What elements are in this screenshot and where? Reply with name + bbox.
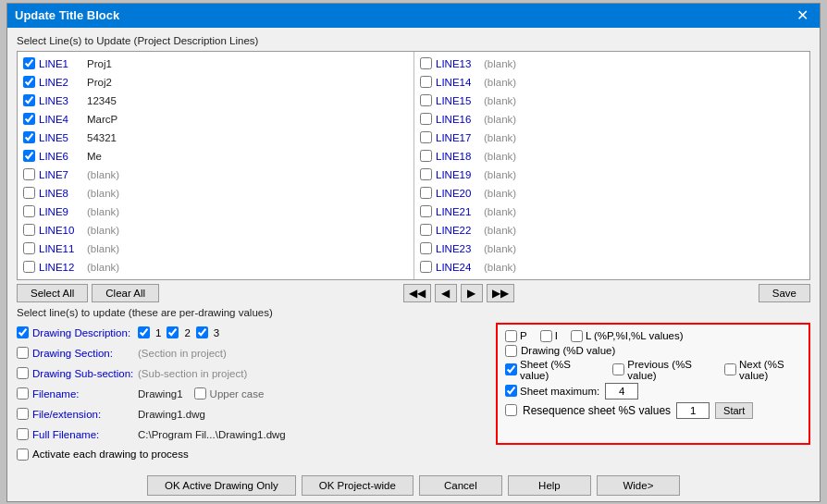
checkbox-line19[interactable]	[420, 168, 432, 180]
previous-s-checkbox[interactable]	[612, 363, 624, 375]
nav-first-button[interactable]: ◀◀	[403, 284, 431, 302]
table-row: LINE19(blank)	[420, 166, 804, 184]
checkbox-line14[interactable]	[420, 76, 432, 88]
checkbox-line18[interactable]	[420, 150, 432, 162]
table-row: LINE14(blank)	[420, 73, 804, 92]
list-item: File/extension:Drawing1.dwg	[17, 404, 488, 424]
ok-active-button[interactable]: OK Active Drawing Only	[147, 475, 296, 496]
checkbox-line5[interactable]	[23, 131, 35, 143]
sheet-max-label: Sheet maximum:	[520, 386, 599, 397]
i-label: I	[555, 330, 558, 341]
l-checkbox[interactable]	[571, 330, 583, 342]
list-item: Filename:Drawing1Upper case	[17, 384, 488, 404]
pd-checkbox-4[interactable]	[17, 408, 29, 420]
checkbox-line20[interactable]	[420, 187, 432, 199]
pd-checkbox-2[interactable]	[17, 367, 29, 379]
table-row: LINE22(blank)	[420, 221, 804, 240]
cancel-button[interactable]: Cancel	[419, 475, 502, 496]
pd-checkbox-1[interactable]	[17, 347, 29, 359]
table-row: LINE18(blank)	[420, 147, 804, 166]
checkbox-line22[interactable]	[420, 224, 432, 236]
pd-num-checkbox-3[interactable]	[196, 326, 208, 338]
save-button[interactable]: Save	[759, 284, 810, 302]
table-row: LINE554321	[23, 129, 408, 147]
activate-label: Activate each drawing to process	[32, 449, 189, 460]
checkbox-line2[interactable]	[23, 76, 35, 88]
table-row: LINE24(blank)	[420, 258, 804, 277]
l-label: L (%P,%I,%L values)	[586, 330, 684, 341]
checkbox-line13[interactable]	[420, 57, 432, 69]
update-title-block-dialog: Update Title Block ✕ Select Line(s) to U…	[6, 3, 821, 502]
reseq-checkbox[interactable]	[505, 404, 517, 416]
table-row: LINE8(blank)	[23, 184, 408, 203]
pd-checkbox-5[interactable]	[17, 428, 29, 440]
checkbox-line17[interactable]	[420, 131, 432, 143]
previous-s-label: Previous (%S value)	[627, 359, 706, 381]
table-row: LINE2Proj2	[23, 73, 408, 92]
table-row: LINE20(blank)	[420, 184, 804, 203]
pd-checkbox-3[interactable]	[17, 387, 29, 400]
table-row: LINE1Proj1	[23, 55, 408, 73]
start-button[interactable]: Start	[715, 402, 753, 419]
nav-prev-button[interactable]: ◀	[435, 284, 457, 302]
table-row: LINE312345	[23, 92, 408, 110]
sheet-max-checkbox[interactable]	[505, 385, 517, 397]
list-item: Drawing Description:123	[17, 323, 488, 343]
checkbox-line6[interactable]	[23, 150, 35, 162]
checkbox-line24[interactable]	[420, 261, 432, 273]
dialog-title: Update Title Block	[15, 8, 119, 22]
upper-case-checkbox[interactable]	[194, 387, 206, 400]
clear-all-button[interactable]: Clear All	[92, 284, 159, 302]
checkbox-line8[interactable]	[23, 187, 35, 199]
drawing-d-checkbox[interactable]	[505, 345, 517, 357]
sheet-max-input[interactable]	[605, 383, 638, 400]
next-s-label: Next (%S value)	[739, 359, 801, 381]
select-all-button[interactable]: Select All	[17, 284, 88, 302]
checkbox-line11[interactable]	[23, 242, 35, 254]
checkbox-line23[interactable]	[420, 242, 432, 254]
sheet-s-label: Sheet (%S value)	[520, 359, 586, 381]
checkbox-line21[interactable]	[420, 205, 432, 217]
table-row: LINE13(blank)	[420, 55, 804, 73]
sheet-s-checkbox[interactable]	[505, 363, 517, 375]
checkbox-line7[interactable]	[23, 168, 35, 180]
nav-last-button[interactable]: ▶▶	[487, 284, 514, 302]
checkbox-line16[interactable]	[420, 113, 432, 125]
p-label: P	[520, 330, 527, 341]
p-checkbox[interactable]	[505, 330, 517, 342]
checkbox-line12[interactable]	[23, 261, 35, 273]
section1-label: Select Line(s) to Update (Project Descri…	[17, 35, 810, 46]
checkbox-line9[interactable]	[23, 205, 35, 217]
wide-button[interactable]: Wide>	[597, 475, 680, 496]
table-row: LINE4MarcP	[23, 110, 408, 129]
help-button[interactable]: Help	[508, 475, 591, 496]
nav-next-button[interactable]: ▶	[461, 284, 483, 302]
checkbox-line1[interactable]	[23, 57, 35, 69]
bottom-button-row: OK Active Drawing Only OK Project-wide C…	[7, 475, 820, 501]
close-button[interactable]: ✕	[793, 8, 812, 23]
table-row: LINE11(blank)	[23, 240, 408, 258]
i-checkbox[interactable]	[540, 330, 552, 342]
table-row: LINE9(blank)	[23, 203, 408, 221]
list-item: Drawing Section:(Section in project)	[17, 343, 488, 363]
title-bar: Update Title Block ✕	[7, 4, 820, 28]
checkbox-line4[interactable]	[23, 113, 35, 125]
checkbox-line10[interactable]	[23, 224, 35, 236]
next-s-checkbox[interactable]	[724, 363, 736, 375]
reseq-input[interactable]	[676, 402, 710, 419]
table-row: LINE12(blank)	[23, 258, 408, 277]
list-item: Drawing Sub-section:(Sub-section in proj…	[17, 363, 488, 384]
checkbox-line15[interactable]	[420, 94, 432, 106]
ok-project-button[interactable]: OK Project-wide	[302, 475, 414, 496]
pd-checkbox-0[interactable]	[17, 326, 29, 338]
table-row: LINE6Me	[23, 147, 408, 166]
drawing-d-label: Drawing (%D value)	[521, 345, 615, 356]
activate-checkbox[interactable]	[17, 449, 29, 461]
pd-num-checkbox-2[interactable]	[167, 326, 179, 338]
checkbox-line3[interactable]	[23, 94, 35, 106]
table-row: LINE10(blank)	[23, 221, 408, 240]
section2-label: Select line(s) to update (these are per-…	[17, 307, 810, 318]
pd-num-checkbox-1[interactable]	[138, 326, 150, 338]
reseq-label: Resequence sheet %S values	[523, 404, 671, 417]
list-item: Full Filename:C:\Program Fil...\Drawing1…	[17, 424, 488, 445]
